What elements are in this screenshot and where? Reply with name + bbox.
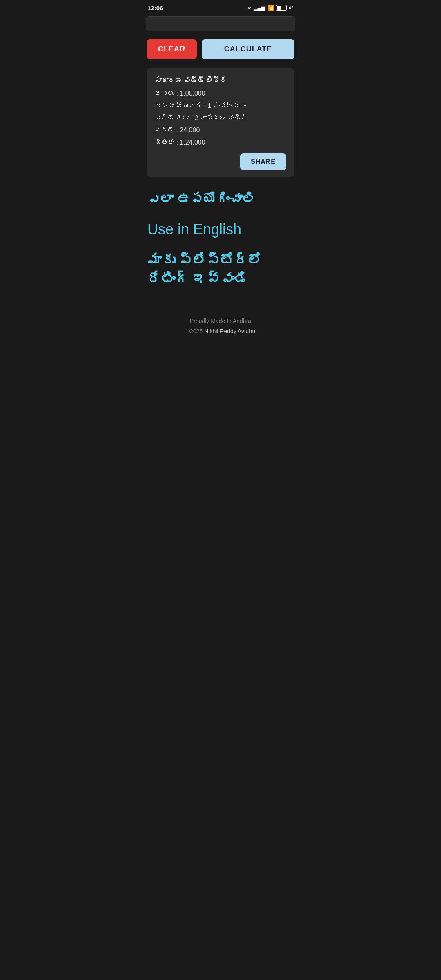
bluetooth-icon: ∗ <box>247 5 252 11</box>
clear-button[interactable]: CLEAR <box>147 39 197 59</box>
info-section: ఎలా ఉపయోగించాలి Use in English మాకు ప్లే… <box>141 181 300 287</box>
search-bar <box>146 16 295 31</box>
result-title: సాధారణ వడ్డీ లెక్క <box>155 76 286 85</box>
result-card: సాధారణ వడ్డీ లెక్క అసలు : 1,00,000 అప్పు… <box>147 68 294 177</box>
signal-icon: ▂▄▆ <box>254 5 265 11</box>
status-icons: ∗ ▂▄▆ 📶 42 <box>247 5 294 11</box>
share-row: SHARE <box>155 153 286 170</box>
result-principal: అసలు : 1,00,000 <box>155 89 286 98</box>
calculate-button[interactable]: CALCULATE <box>202 39 294 59</box>
battery-container <box>276 5 287 11</box>
footer-made-in: Proudly Made In Andhra <box>147 316 294 326</box>
buttons-row: CLEAR CALCULATE <box>141 34 300 64</box>
battery-fill <box>277 6 281 10</box>
battery-label: 42 <box>289 5 294 10</box>
share-button[interactable]: SHARE <box>240 153 286 170</box>
how-to-use-link[interactable]: ఎలా ఉపయోగించాలి <box>147 191 294 208</box>
use-in-english-link[interactable]: Use in English <box>147 220 294 239</box>
result-interest: వడ్డీ : 24,000 <box>155 125 286 135</box>
footer: Proudly Made In Andhra ©2025 Nikhil Redd… <box>141 304 300 353</box>
battery-nub <box>287 7 287 9</box>
search-bar-area <box>141 15 300 34</box>
rating-link[interactable]: మాకు ప్లేస్టోర్‌లో రేటింగ్ ఇవ్వండి <box>147 251 294 287</box>
result-total: మొత్తం : 1,24,000 <box>155 138 286 147</box>
footer-copyright-text: ©2025 <box>186 328 204 334</box>
status-bar: 12:06 ∗ ▂▄▆ 📶 42 <box>141 0 300 15</box>
result-period: అప్పు వ్యవధి : 1 సంవత్సరం <box>155 101 286 111</box>
result-rate: వడ్డీ రేటు : 2 రూపాయల వడ్డీ <box>155 113 286 123</box>
status-time: 12:06 <box>147 4 163 11</box>
footer-copyright: ©2025 Nikhil Reddy Avuthu <box>147 326 294 336</box>
footer-author-link[interactable]: Nikhil Reddy Avuthu <box>204 328 255 334</box>
wifi-icon: 📶 <box>267 5 274 11</box>
